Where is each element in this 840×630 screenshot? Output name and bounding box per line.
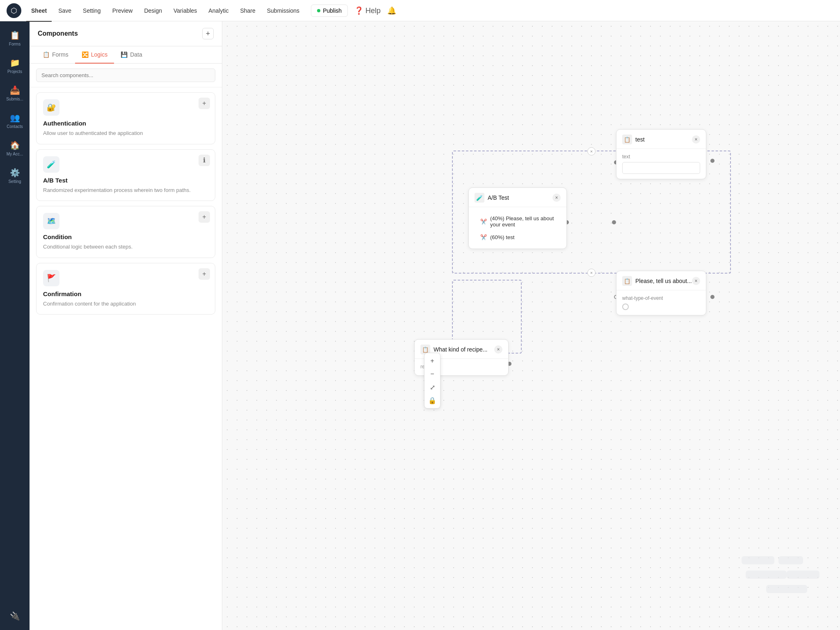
nav-design[interactable]: Design bbox=[139, 5, 167, 16]
tab-data[interactable]: 💾 Data bbox=[114, 46, 149, 64]
card-authentication[interactable]: + 🔐 Authentication Allow user to authent… bbox=[36, 92, 215, 144]
nav-submissions[interactable]: Submissions bbox=[262, 5, 304, 16]
tab-data-label: Data bbox=[130, 51, 142, 58]
projects-icon: 📁 bbox=[10, 58, 20, 68]
components-list: + 🔐 Authentication Allow user to authent… bbox=[30, 87, 222, 630]
nav-sheet[interactable]: Sheet bbox=[26, 5, 52, 16]
card-confirmation-add[interactable]: + bbox=[199, 268, 210, 280]
search-area bbox=[30, 64, 222, 87]
panel-tabs: 📋 Forms 🔀 Logics 💾 Data bbox=[30, 46, 222, 64]
node-test-header: 📋 test × bbox=[616, 130, 706, 149]
node-please-icon: 📋 bbox=[622, 276, 632, 286]
contacts-icon: 👥 bbox=[10, 113, 20, 123]
blur-card-1 bbox=[742, 556, 774, 564]
canvas[interactable]: × × × 📋 test × text bbox=[222, 21, 840, 630]
ab-item-2-icon: ✂️ bbox=[480, 234, 487, 240]
blur-area bbox=[733, 548, 840, 630]
nav-setting[interactable]: Setting bbox=[78, 5, 106, 16]
nav-preview[interactable]: Preview bbox=[107, 5, 138, 16]
tab-forms[interactable]: 📋 Forms bbox=[36, 46, 75, 64]
toolbar-minus-btn[interactable]: − bbox=[426, 368, 438, 380]
confirmation-card-title: Confirmation bbox=[43, 290, 208, 297]
node-abtest-icon: 🧪 bbox=[475, 193, 484, 203]
nav-save[interactable]: Save bbox=[53, 5, 76, 16]
components-panel: Components + 📋 Forms 🔀 Logics 💾 Data + bbox=[30, 21, 222, 630]
node-test-input[interactable] bbox=[622, 162, 700, 174]
publish-status-dot bbox=[317, 9, 320, 12]
forms-tab-icon: 📋 bbox=[43, 51, 50, 58]
sidebar-setting-label: Setting bbox=[8, 179, 21, 184]
logics-tab-icon: 🔀 bbox=[82, 51, 89, 58]
card-confirmation[interactable]: + 🚩 Confirmation Confirmation content fo… bbox=[36, 263, 215, 315]
authentication-card-desc: Allow user to authenticated the applicat… bbox=[43, 129, 208, 137]
node-test-close[interactable]: × bbox=[692, 135, 700, 144]
help-button[interactable]: ❓ Help bbox=[354, 6, 381, 15]
node-please: 📋 Please, tell us about... × what-type-o… bbox=[616, 271, 706, 315]
node-please-body: what-type-of-event bbox=[616, 290, 706, 315]
panel-header: Components + bbox=[30, 21, 222, 46]
card-abtest-info[interactable]: ℹ bbox=[199, 155, 210, 166]
forms-icon: 📋 bbox=[10, 30, 20, 40]
sidebar-item-submissions[interactable]: 📥 Submis... bbox=[2, 81, 27, 105]
selection-close-2[interactable]: × bbox=[587, 269, 596, 277]
sidebar-projects-label: Projects bbox=[7, 69, 22, 74]
ab-item-1-label: (40%) Please, tell us about your event bbox=[490, 215, 555, 228]
confirmation-card-desc: Confirmation content for the application bbox=[43, 300, 208, 308]
sidebar-item-contacts[interactable]: 👥 Contacts bbox=[2, 109, 27, 133]
sidebar-account-label: My Acc... bbox=[7, 152, 23, 156]
blur-card-5 bbox=[766, 585, 807, 593]
ab-item-1-icon: ✂️ bbox=[480, 219, 487, 225]
panel-add-button[interactable]: + bbox=[202, 28, 214, 39]
sidebar-item-account[interactable]: 🏠 My Acc... bbox=[2, 136, 27, 160]
sidebar-item-setting[interactable]: ⚙️ Setting bbox=[2, 164, 27, 188]
node-recipe-close[interactable]: × bbox=[494, 345, 502, 354]
conn-dot-4 bbox=[710, 295, 714, 299]
tab-forms-label: Forms bbox=[52, 51, 68, 58]
conn-dot-3 bbox=[710, 159, 714, 163]
publish-button[interactable]: Publish bbox=[311, 5, 348, 17]
tab-logics[interactable]: 🔀 Logics bbox=[75, 46, 114, 64]
nav-share[interactable]: Share bbox=[235, 5, 260, 16]
toolbar-expand-btn[interactable]: ⤢ bbox=[426, 381, 438, 393]
ab-item-2: ✂️ (60%) test bbox=[475, 231, 561, 244]
notification-button[interactable]: 🔔 bbox=[387, 6, 396, 15]
card-condition[interactable]: + 🗺️ Condition Conditional logic between… bbox=[36, 206, 215, 258]
node-test-body: text bbox=[616, 149, 706, 179]
abtest-card-desc: Randomized experimentation process where… bbox=[43, 186, 208, 194]
node-abtest-title-area: 🧪 A/B Test bbox=[475, 193, 509, 203]
toolbar-plus-btn[interactable]: + bbox=[426, 355, 438, 367]
submissions-icon: 📥 bbox=[10, 85, 20, 95]
node-abtest-close[interactable]: × bbox=[552, 194, 561, 202]
authentication-card-icon: 🔐 bbox=[43, 99, 59, 116]
nav-analytic[interactable]: Analytic bbox=[203, 5, 233, 16]
node-please-field-label: what-type-of-event bbox=[622, 295, 700, 301]
node-abtest-header: 🧪 A/B Test × bbox=[469, 188, 566, 207]
nav-variables[interactable]: Variables bbox=[169, 5, 202, 16]
sidebar-contacts-label: Contacts bbox=[7, 124, 23, 129]
setting-icon: ⚙️ bbox=[10, 168, 20, 178]
sidebar-submissions-label: Submis... bbox=[6, 97, 23, 101]
confirmation-card-icon: 🚩 bbox=[43, 270, 59, 286]
sidebar-item-projects[interactable]: 📁 Projects bbox=[2, 54, 27, 78]
nav-right: Publish ❓ Help 🔔 bbox=[311, 5, 396, 17]
card-abtest[interactable]: ℹ 🧪 A/B Test Randomized experimentation … bbox=[36, 149, 215, 201]
card-authentication-add[interactable]: + bbox=[199, 98, 210, 109]
tab-logics-label: Logics bbox=[91, 51, 107, 58]
node-test: 📋 test × text bbox=[616, 129, 706, 179]
selection-close-1[interactable]: × bbox=[587, 147, 596, 155]
ab-item-1: ✂️ (40%) Please, tell us about your even… bbox=[475, 212, 561, 231]
node-recipe-title: What kind of recipe... bbox=[434, 346, 488, 353]
blur-card-2 bbox=[746, 571, 787, 579]
card-condition-add[interactable]: + bbox=[199, 211, 210, 223]
sidebar-item-forms[interactable]: 📋 Forms bbox=[2, 26, 27, 50]
logo: ⬡ bbox=[7, 3, 21, 18]
ab-item-2-label: (60%) test bbox=[490, 234, 514, 240]
sidebar-item-plugin[interactable]: 🔌 bbox=[2, 607, 27, 625]
node-abtest-body: ✂️ (40%) Please, tell us about your even… bbox=[469, 207, 566, 249]
node-test-title: test bbox=[635, 136, 645, 143]
node-please-close[interactable]: × bbox=[692, 277, 700, 285]
toolbar-lock-btn[interactable]: 🔒 bbox=[426, 394, 438, 406]
condition-card-desc: Conditional logic between each steps. bbox=[43, 243, 208, 251]
search-input[interactable] bbox=[36, 68, 215, 82]
node-please-title: Please, tell us about... bbox=[635, 278, 692, 284]
